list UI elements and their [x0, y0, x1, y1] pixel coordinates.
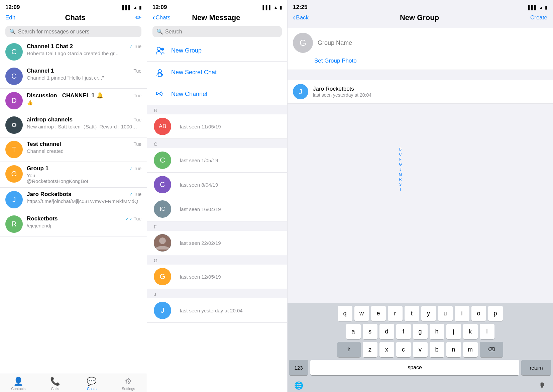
svg-rect-5 — [158, 74, 161, 77]
set-photo-button[interactable]: Set Group Photo — [314, 58, 357, 64]
search-bar-2[interactable]: 🔍 — [152, 26, 282, 37]
menu-section: New Group New Secret Chat — [147, 40, 287, 105]
chat-item-channel1chat2[interactable]: C Channel 1 Chat 2 ✓Tue Roberta Dal Lago… — [0, 40, 147, 64]
new-secret-item[interactable]: New Secret Chat — [147, 62, 287, 83]
chat-item-group1[interactable]: G Group 1 ✓Tue You @RocketbotsHongKongBo… — [0, 162, 147, 188]
chat-preview-test: Channel created — [27, 148, 141, 154]
key-h[interactable]: h — [430, 324, 444, 339]
member-name-jaro: Jaro Rocketbots — [313, 86, 547, 92]
key-space[interactable]: space — [310, 360, 519, 375]
key-j[interactable]: j — [446, 324, 461, 339]
group-name-input[interactable] — [318, 39, 547, 46]
mic-icon[interactable]: 🎙 — [539, 381, 546, 390]
key-y[interactable]: y — [421, 306, 436, 321]
chat-item-channel1[interactable]: C Channel 1 Tue Channel 1 pinned "Hello … — [0, 64, 147, 89]
nav-bar-1: Edit Chats ✏ — [0, 12, 147, 25]
new-channel-item[interactable]: New Channel — [147, 83, 287, 105]
search-input-1[interactable] — [18, 29, 137, 35]
key-f[interactable]: f — [396, 324, 411, 339]
signal-icon: ▌▌▌ — [122, 5, 131, 10]
key-a[interactable]: a — [346, 324, 361, 339]
tab-bar-1: 👤 Contacts 📞 Calls 💬 Chats ⚙ Settings — [0, 374, 147, 392]
new-message-panel: 12:09 ▌▌▌ ▲ ▮ ‹ Chats New Message 🔍 — [147, 0, 288, 392]
chat-header-jaro: Jaro Rocketbots ✓Tue — [27, 191, 141, 198]
chat-item-test[interactable]: T Test channel Tue Channel created — [0, 137, 147, 162]
key-v[interactable]: v — [413, 342, 428, 357]
key-k[interactable]: k — [463, 324, 478, 339]
key-i[interactable]: i — [455, 306, 469, 321]
tab-contacts[interactable]: 👤 Contacts — [0, 377, 37, 391]
contact-c2[interactable]: C last seen 8/04/19 — [147, 173, 287, 197]
key-n[interactable]: n — [446, 342, 461, 357]
chat-preview-jaro: https://t.me/joinchat/Mjijc031WmvVFRmNkf… — [27, 198, 141, 204]
key-e[interactable]: e — [371, 306, 386, 321]
back-button-3[interactable]: ‹ Back — [293, 13, 309, 22]
contact-f1[interactable]: last seen 22/02/19 — [147, 231, 287, 255]
key-u[interactable]: u — [438, 306, 453, 321]
key-x[interactable]: x — [379, 342, 394, 357]
key-l[interactable]: l — [480, 324, 494, 339]
key-t[interactable]: t — [405, 306, 419, 321]
compose-button[interactable]: ✏ — [135, 13, 141, 22]
section-c: C — [147, 139, 287, 148]
key-q[interactable]: q — [338, 306, 352, 321]
chat-item-jaro[interactable]: J Jaro Rocketbots ✓Tue https://t.me/join… — [0, 188, 147, 212]
edit-button[interactable]: Edit — [5, 14, 15, 21]
key-s[interactable]: s — [363, 324, 377, 339]
key-b[interactable]: b — [430, 342, 444, 357]
contact-ab[interactable]: AB last seen 11/05/19 — [147, 114, 287, 139]
key-return[interactable]: return — [521, 360, 551, 375]
key-backspace[interactable]: ⌫ — [480, 342, 503, 357]
member-jaro[interactable]: J Jaro Rocketbots last seen yesterday at… — [288, 80, 553, 104]
search-input-2[interactable] — [165, 29, 278, 35]
new-secret-icon — [154, 66, 166, 78]
key-w[interactable]: w — [354, 306, 369, 321]
chat-time-rocketbots: ✓✓Tue — [125, 216, 141, 221]
chat-item-discussion[interactable]: D Discussion - CHANNEL 1 🔔 Tue 👍 — [0, 89, 147, 113]
key-123[interactable]: 123 — [289, 360, 308, 375]
group-name-section: G — [288, 28, 553, 58]
battery-icon-2: ▮ — [280, 5, 282, 10]
new-group-item[interactable]: New Group — [147, 40, 287, 62]
tab-calls[interactable]: 📞 Calls — [37, 377, 74, 391]
keyboard-row-2: a s d f g h j k l — [289, 324, 551, 339]
contact-c1[interactable]: C last seen 1/05/19 — [147, 148, 287, 173]
chat-item-rocketbots[interactable]: R Rocketbots ✓✓Tue /ejejenendj — [0, 212, 147, 236]
key-z[interactable]: z — [363, 342, 377, 357]
contact-g1[interactable]: G last seen 12/05/19 — [147, 265, 287, 289]
search-bar-1[interactable]: 🔍 — [5, 26, 141, 37]
chat-header-channel1: Channel 1 Tue — [27, 68, 141, 74]
back-button-2[interactable]: ‹ Chats — [152, 13, 171, 22]
key-m[interactable]: m — [463, 342, 478, 357]
tab-settings[interactable]: ⚙ Settings — [110, 377, 147, 391]
chat-name-airdrop: airdrop channels — [27, 116, 73, 123]
tab-chats[interactable]: 💬 Chats — [74, 377, 110, 391]
key-g[interactable]: g — [413, 324, 428, 339]
keyboard: q w e r t y u i o p a s d f g h j k l ⇧ … — [288, 303, 553, 379]
contact-c2-status: last seen 8/04/19 — [180, 182, 218, 188]
create-button[interactable]: Create — [530, 14, 547, 21]
chat-time-airdrop: Tue — [133, 117, 141, 122]
chat-item-airdrop[interactable]: ⚙ airdrop channels Tue New airdrop : Sat… — [0, 113, 147, 137]
globe-icon[interactable]: 🌐 — [294, 381, 303, 390]
group-divider — [288, 70, 553, 80]
member-avatar-jaro: J — [293, 84, 308, 99]
tab-calls-label: Calls — [51, 387, 59, 391]
key-d[interactable]: d — [379, 324, 394, 339]
contact-j1[interactable]: J last seen yesterday at 20:04 — [147, 298, 287, 323]
status-icons-3: ▌▌▌ ▲ ▮ — [528, 5, 547, 10]
chat-preview-airdrop: New airdrop : Satt token（Satt）Reward : 1… — [27, 124, 141, 130]
chat-time-test: Tue — [133, 141, 141, 147]
key-r[interactable]: r — [388, 306, 403, 321]
chat-time-c1chat2: ✓Tue — [129, 44, 141, 49]
contact-ic[interactable]: IC last seen 16/04/19 — [147, 197, 287, 221]
search-icon-2: 🔍 — [156, 28, 163, 35]
back-label-3: Back — [296, 14, 309, 21]
avatar-j1-contact: J — [154, 302, 171, 319]
keyboard-row-4: 123 space return — [289, 360, 551, 375]
key-o[interactable]: o — [471, 306, 486, 321]
key-shift[interactable]: ⇧ — [337, 342, 361, 357]
key-c[interactable]: c — [396, 342, 411, 357]
avatar-jaro: J — [5, 191, 23, 208]
key-p[interactable]: p — [488, 306, 503, 321]
